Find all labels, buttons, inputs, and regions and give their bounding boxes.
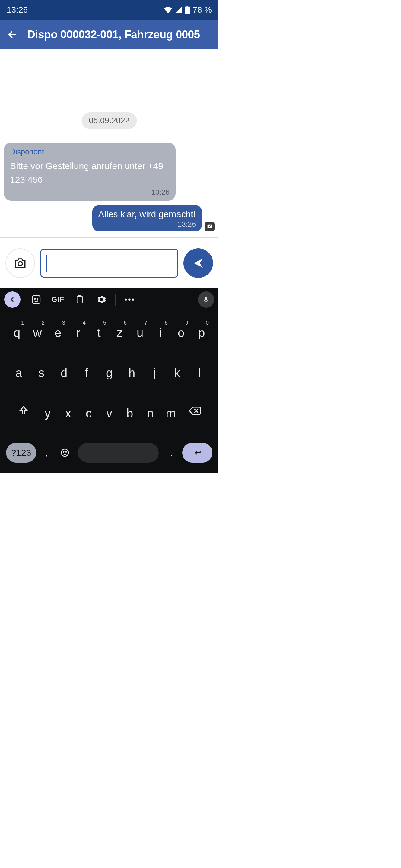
key-c[interactable]: c — [79, 399, 99, 428]
key-m[interactable]: m — [161, 399, 181, 428]
key-y[interactable]: y — [37, 399, 58, 428]
message-input[interactable] — [40, 249, 178, 278]
battery-percent: 78 % — [193, 5, 212, 15]
mic-icon — [202, 296, 210, 304]
key-row-bottom: ?123 , . — [2, 439, 217, 467]
read-receipt-icon — [205, 222, 214, 231]
send-icon — [192, 257, 204, 269]
chevron-left-icon — [9, 296, 16, 303]
shift-icon — [18, 405, 29, 416]
key-a[interactable]: a — [7, 359, 30, 388]
key-v[interactable]: v — [99, 399, 119, 428]
key-superscript: 1 — [21, 320, 24, 326]
camera-button[interactable] — [5, 248, 35, 278]
message-outgoing-wrap: Alles klar, wird gemacht! 13:26 — [92, 205, 214, 231]
period-key[interactable]: . — [164, 447, 179, 458]
sticker-button[interactable] — [25, 291, 47, 308]
camera-icon — [14, 257, 27, 270]
send-button[interactable] — [183, 248, 213, 278]
chat-area[interactable]: 05.09.2022 Disponent Bitte vor Gestellun… — [0, 50, 219, 238]
svg-rect-3 — [32, 296, 40, 304]
key-row-3: yxcvbnm — [2, 399, 217, 428]
clipboard-button[interactable] — [69, 291, 90, 308]
key-z[interactable]: z6 — [109, 318, 130, 347]
key-j[interactable]: j — [143, 359, 166, 388]
emoji-key[interactable] — [57, 448, 73, 458]
svg-rect-1 — [187, 6, 188, 7]
backspace-key[interactable] — [183, 399, 207, 423]
message-incoming[interactable]: Disponent Bitte vor Gestellung anrufen u… — [4, 143, 176, 201]
mic-button[interactable] — [198, 291, 214, 308]
key-superscript: 5 — [103, 320, 106, 326]
key-superscript: 8 — [165, 320, 168, 326]
message-text: Bitte vor Gestellung anrufen unter +49 1… — [10, 159, 170, 186]
key-q[interactable]: q1 — [7, 318, 27, 347]
key-d[interactable]: d — [53, 359, 76, 388]
key-g[interactable]: g — [98, 359, 121, 388]
key-w[interactable]: w2 — [27, 318, 48, 347]
shift-key[interactable] — [11, 399, 36, 423]
more-button[interactable]: ••• — [119, 291, 141, 308]
key-t[interactable]: t5 — [89, 318, 109, 347]
symbols-key[interactable]: ?123 — [6, 443, 36, 463]
message-time: 13:26 — [98, 220, 196, 228]
svg-point-2 — [18, 261, 22, 266]
key-superscript: 3 — [62, 320, 65, 326]
key-h[interactable]: h — [121, 359, 143, 388]
key-e[interactable]: e3 — [48, 318, 68, 347]
key-n[interactable]: n — [140, 399, 161, 428]
keyboard-toolbar: GIF ••• — [0, 288, 219, 311]
key-superscript: 2 — [41, 320, 45, 326]
key-row-2: asdfghjkl — [2, 359, 217, 388]
key-k[interactable]: k — [166, 359, 189, 388]
keyboard-rows: q1w2e3r4t5z6u7i8o9p0 asdfghjkl yxcvbnm ?… — [0, 311, 219, 473]
key-f[interactable]: f — [76, 359, 98, 388]
message-time: 13:26 — [10, 188, 170, 196]
comma-key[interactable]: , — [39, 447, 54, 458]
message-sender: Disponent — [10, 147, 170, 156]
app-bar: Dispo 000032-001, Fahrzeug 0005 — [0, 20, 219, 50]
key-superscript: 6 — [124, 320, 127, 326]
svg-point-9 — [61, 449, 68, 456]
composer-bar — [0, 238, 219, 288]
space-key[interactable] — [78, 443, 159, 463]
date-separator: 05.09.2022 — [82, 113, 137, 129]
toolbar-separator — [115, 293, 116, 306]
message-outgoing[interactable]: Alles klar, wird gemacht! 13:26 — [92, 205, 202, 231]
backspace-icon — [188, 405, 202, 416]
settings-button[interactable] — [90, 291, 112, 308]
signal-icon — [175, 6, 182, 13]
svg-point-10 — [63, 452, 64, 453]
enter-key[interactable] — [182, 443, 212, 463]
key-x[interactable]: x — [58, 399, 79, 428]
key-superscript: 7 — [144, 320, 147, 326]
status-time: 13:26 — [7, 5, 28, 15]
key-s[interactable]: s — [30, 359, 53, 388]
key-superscript: 4 — [83, 320, 86, 326]
svg-rect-8 — [205, 297, 207, 300]
key-row-1: q1w2e3r4t5z6u7i8o9p0 — [2, 318, 217, 347]
svg-point-5 — [37, 298, 38, 299]
key-o[interactable]: o9 — [171, 318, 191, 347]
key-superscript: 0 — [206, 320, 209, 326]
soft-keyboard: GIF ••• q1w2e3r4t5z6u7i8o9p0 asdfghjkl y… — [0, 288, 219, 473]
arrow-left-icon — [7, 29, 18, 40]
key-l[interactable]: l — [189, 359, 211, 388]
svg-rect-0 — [185, 6, 190, 14]
clipboard-icon — [75, 294, 84, 305]
svg-point-11 — [66, 452, 67, 453]
key-u[interactable]: u7 — [130, 318, 150, 347]
key-p[interactable]: p0 — [191, 318, 212, 347]
toolbar-collapse-button[interactable] — [4, 291, 21, 308]
back-button[interactable] — [5, 27, 20, 42]
sticker-icon — [31, 294, 41, 305]
key-b[interactable]: b — [119, 399, 140, 428]
key-i[interactable]: i8 — [150, 318, 171, 347]
wifi-icon — [164, 6, 173, 13]
page-title: Dispo 000032-001, Fahrzeug 0005 — [27, 28, 200, 41]
key-superscript: 9 — [185, 320, 188, 326]
gear-icon — [96, 295, 106, 304]
gif-button[interactable]: GIF — [47, 291, 69, 308]
key-r[interactable]: r4 — [68, 318, 89, 347]
status-bar: 13:26 78 % — [0, 0, 219, 20]
